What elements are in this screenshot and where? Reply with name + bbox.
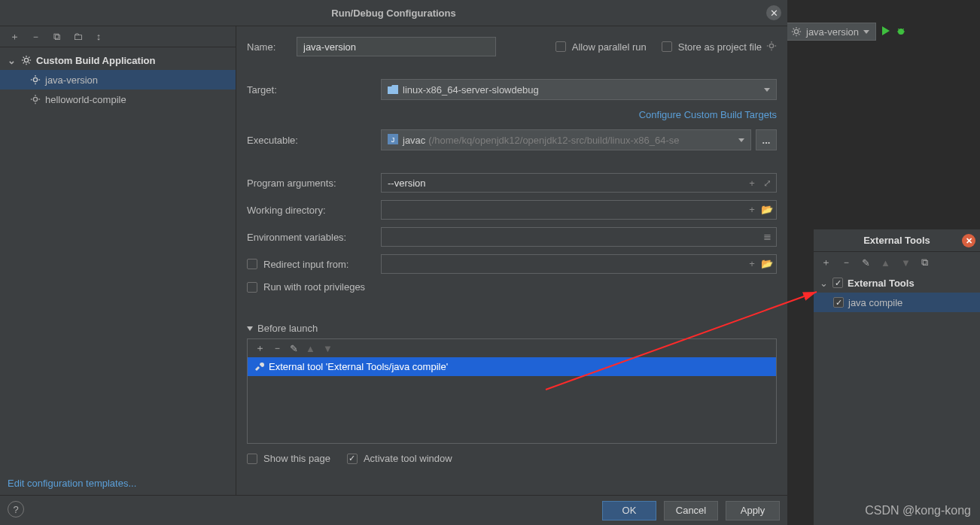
svg-line-21 [29,57,29,58]
copy-icon[interactable]: ⧉ [51,32,62,42]
up-icon[interactable]: ▲ [881,257,890,269]
svg-line-19 [23,57,24,58]
gear-icon[interactable] [766,41,777,53]
close-icon[interactable]: ✕ [962,234,975,247]
edit-icon[interactable]: ✎ [290,343,298,354]
checkbox-icon [555,41,566,52]
run-debug-dialog: Run/Debug Configurations ✕ ＋ － ⧉ 🗀 ↕ ⌄ C… [0,0,787,525]
show-this-page-checkbox[interactable]: Show this page [247,453,330,464]
root-priv-checkbox[interactable]: Run with root privileges [247,281,365,293]
tree-category[interactable]: ⌄ Custom Build Application [0,50,236,70]
add-icon[interactable]: ＋ [821,256,831,269]
external-tools-root[interactable]: ⌄ External Tools [814,273,980,293]
svg-line-8 [793,34,794,35]
before-launch-item-label: External tool 'External Tools/java compi… [269,361,448,372]
dialog-buttons: OK Cancel Apply [0,495,787,525]
before-launch-toolbar: ＋ － ✎ ▲ ▼ [248,339,776,357]
chevron-down-icon [764,88,770,92]
cancel-button[interactable]: Cancel [664,501,718,520]
target-label: Target: [247,84,381,96]
env-vars-field[interactable]: ≣ [381,227,777,247]
gear-icon [30,94,41,105]
root-priv-label: Run with root privileges [263,281,365,293]
edit-icon[interactable]: ✎ [862,257,870,269]
svg-point-33 [769,44,773,47]
config-sidebar: ＋ － ⧉ 🗀 ↕ ⌄ Custom Build Application [0,26,236,495]
chevron-down-icon: ⌄ [820,278,828,289]
working-dir-field[interactable]: + 📂 [381,200,777,220]
store-project-checkbox[interactable]: Store as project file [662,41,762,53]
edit-templates-link[interactable]: Edit configuration templates... [8,478,136,489]
expand-icon[interactable]: ⤢ [761,178,773,189]
svg-point-28 [33,97,37,101]
checkbox-icon [247,259,257,269]
configure-targets-link[interactable]: Configure Custom Build Targets [639,109,777,120]
remove-icon[interactable]: － [30,32,41,42]
run-icon[interactable] [881,26,891,38]
program-args-field[interactable]: --version + ⤢ [381,173,777,193]
show-this-page-label: Show this page [263,453,330,464]
folder-open-icon[interactable]: 📂 [761,204,773,215]
run-config-selector[interactable]: java-version [784,23,876,41]
help-icon[interactable]: ? [8,501,24,517]
before-launch-item[interactable]: External tool 'External Tools/java compi… [248,357,776,376]
debug-icon[interactable] [896,26,906,38]
external-tools-panel: External Tools ✕ ＋ － ✎ ▲ ▼ ⧉ ⌄ External … [813,229,980,525]
form-panel: Name: Allow parallel run Store as projec… [236,26,787,495]
program-args-value: --version [388,178,426,189]
copy-icon[interactable]: ⧉ [921,256,928,269]
list-icon[interactable]: ≣ [761,231,773,242]
redirect-input-label: Redirect input from: [263,259,348,270]
activate-tool-window-checkbox[interactable]: Activate tool window [347,453,452,464]
tools-icon [254,360,264,373]
chevron-down-icon: ⌄ [8,55,17,66]
svg-line-22 [23,62,24,63]
down-icon[interactable]: ▼ [323,343,333,354]
allow-parallel-label: Allow parallel run [572,41,647,53]
chevron-down-icon [247,326,253,331]
browse-button[interactable]: ... [756,129,777,150]
tree-item-java-version[interactable]: java-version [0,70,236,90]
program-args-label: Program arguments: [247,178,381,189]
allow-parallel-checkbox[interactable]: Allow parallel run [555,41,647,53]
config-tree[interactable]: ⌄ Custom Build Application java-version [0,47,236,109]
plus-icon[interactable]: + [746,204,758,215]
plus-icon[interactable]: + [746,258,758,269]
before-launch-title: Before launch [257,323,318,334]
remove-icon[interactable]: － [272,341,282,355]
ide-toolbar: java-version [784,21,980,42]
executable-select[interactable]: J javac (/home/kq/openjdk12/openjdk12-sr… [381,129,751,150]
executable-path-suffix: (/home/kq/openjdk12/openjdk12-src/build/… [428,135,679,146]
target-select[interactable]: linux-x86_64-server-slowdebug [381,79,777,100]
tree-item-helloworld-compile[interactable]: helloworld-compile [0,90,236,109]
ok-button[interactable]: OK [602,501,656,520]
down-icon[interactable]: ▼ [901,257,911,269]
executable-label: Executable: [247,135,381,146]
env-vars-label: Environment variables: [247,232,381,243]
svg-point-10 [898,29,904,35]
redirect-input-field[interactable]: + 📂 [381,254,777,274]
name-field[interactable] [297,37,496,56]
external-tools-item-label: java compile [848,297,902,308]
external-tools-item[interactable]: java compile [814,293,980,312]
up-icon[interactable]: ▲ [306,343,315,354]
before-launch-section[interactable]: Before launch [247,323,777,334]
remove-icon[interactable]: － [842,256,851,269]
executable-value: javac [403,135,425,146]
svg-line-12 [898,29,899,30]
target-value: linux-x86_64-server-slowdebug [403,84,539,96]
folder-open-icon[interactable]: 📂 [761,258,773,269]
tree-item-label: java-version [45,74,98,86]
close-icon[interactable]: ✕ [766,5,781,20]
sort-icon[interactable]: ↕ [93,32,104,42]
save-template-icon[interactable]: 🗀 [72,32,83,42]
add-icon[interactable]: ＋ [9,32,20,42]
folder-icon [388,85,398,94]
redirect-input-checkbox[interactable]: Redirect input from: [247,259,381,270]
dialog-title: Run/Debug Configurations [331,8,455,19]
svg-line-20 [29,62,29,63]
apply-button[interactable]: Apply [726,501,780,520]
svg-point-23 [33,77,37,81]
add-icon[interactable]: ＋ [255,341,265,355]
plus-icon[interactable]: + [746,178,758,189]
